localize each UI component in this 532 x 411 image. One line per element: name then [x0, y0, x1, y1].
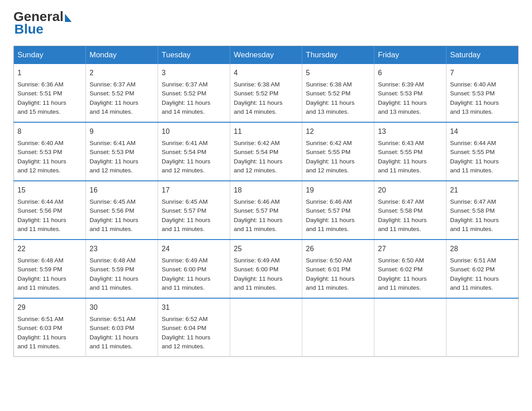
calendar-cell: 23Sunrise: 6:48 AMSunset: 5:59 PMDayligh… [86, 240, 158, 298]
calendar-cell [446, 298, 519, 357]
weekday-header-sunday: Sunday [14, 46, 86, 64]
weekday-header-row: SundayMondayTuesdayWednesdayThursdayFrid… [14, 46, 519, 64]
calendar-week-row: 8Sunrise: 6:40 AMSunset: 5:53 PMDaylight… [14, 122, 519, 181]
day-info: Sunrise: 6:51 AMSunset: 6:03 PMDaylight:… [17, 316, 66, 350]
day-info: Sunrise: 6:49 AMSunset: 6:00 PMDaylight:… [234, 257, 283, 291]
day-number: 8 [17, 126, 82, 137]
calendar-cell: 26Sunrise: 6:50 AMSunset: 6:01 PMDayligh… [302, 240, 374, 298]
calendar-week-row: 29Sunrise: 6:51 AMSunset: 6:03 PMDayligh… [14, 298, 519, 357]
day-info: Sunrise: 6:36 AMSunset: 5:51 PMDaylight:… [17, 81, 66, 115]
day-info: Sunrise: 6:48 AMSunset: 5:59 PMDaylight:… [17, 257, 66, 291]
day-number: 16 [90, 185, 154, 196]
logo-blue-text: Blue [13, 21, 43, 37]
logo: General Blue [13, 9, 72, 37]
calendar-cell: 18Sunrise: 6:46 AMSunset: 5:57 PMDayligh… [230, 181, 302, 240]
day-info: Sunrise: 6:52 AMSunset: 6:04 PMDaylight:… [162, 316, 210, 350]
calendar-cell [374, 298, 446, 357]
calendar-cell: 11Sunrise: 6:42 AMSunset: 5:54 PMDayligh… [230, 122, 302, 181]
calendar-cell: 5Sunrise: 6:38 AMSunset: 5:52 PMDaylight… [302, 64, 374, 122]
calendar-cell: 30Sunrise: 6:51 AMSunset: 6:03 PMDayligh… [86, 298, 158, 357]
day-number: 6 [378, 68, 442, 78]
day-info: Sunrise: 6:50 AMSunset: 6:02 PMDaylight:… [378, 257, 427, 291]
calendar-cell: 17Sunrise: 6:45 AMSunset: 5:57 PMDayligh… [158, 181, 230, 240]
calendar-cell: 27Sunrise: 6:50 AMSunset: 6:02 PMDayligh… [374, 240, 446, 298]
day-number: 4 [234, 68, 298, 78]
calendar-cell: 14Sunrise: 6:44 AMSunset: 5:55 PMDayligh… [446, 122, 519, 181]
calendar-week-row: 1Sunrise: 6:36 AMSunset: 5:51 PMDaylight… [14, 64, 519, 122]
day-number: 14 [450, 126, 515, 137]
day-number: 31 [162, 302, 226, 313]
day-info: Sunrise: 6:47 AMSunset: 5:58 PMDaylight:… [450, 198, 499, 232]
day-info: Sunrise: 6:48 AMSunset: 5:59 PMDaylight:… [90, 257, 138, 291]
day-info: Sunrise: 6:47 AMSunset: 5:58 PMDaylight:… [378, 198, 427, 232]
calendar-cell: 8Sunrise: 6:40 AMSunset: 5:53 PMDaylight… [14, 122, 86, 181]
calendar-cell [230, 298, 302, 357]
calendar-week-row: 15Sunrise: 6:44 AMSunset: 5:56 PMDayligh… [14, 181, 519, 240]
day-info: Sunrise: 6:51 AMSunset: 6:03 PMDaylight:… [90, 316, 138, 350]
calendar-cell: 2Sunrise: 6:37 AMSunset: 5:52 PMDaylight… [86, 64, 158, 122]
calendar-cell: 28Sunrise: 6:51 AMSunset: 6:02 PMDayligh… [446, 240, 519, 298]
day-info: Sunrise: 6:41 AMSunset: 5:54 PMDaylight:… [162, 140, 210, 174]
calendar-cell: 3Sunrise: 6:37 AMSunset: 5:52 PMDaylight… [158, 64, 230, 122]
day-info: Sunrise: 6:42 AMSunset: 5:54 PMDaylight:… [234, 140, 283, 174]
day-info: Sunrise: 6:41 AMSunset: 5:53 PMDaylight:… [90, 140, 138, 174]
calendar-cell: 22Sunrise: 6:48 AMSunset: 5:59 PMDayligh… [14, 240, 86, 298]
day-info: Sunrise: 6:38 AMSunset: 5:52 PMDaylight:… [234, 81, 283, 115]
day-number: 12 [306, 126, 370, 137]
day-info: Sunrise: 6:42 AMSunset: 5:55 PMDaylight:… [306, 140, 355, 174]
weekday-header-monday: Monday [86, 46, 158, 64]
day-number: 18 [234, 185, 298, 196]
weekday-header-thursday: Thursday [302, 46, 374, 64]
day-number: 25 [234, 244, 298, 254]
day-number: 23 [90, 244, 154, 254]
day-info: Sunrise: 6:38 AMSunset: 5:52 PMDaylight:… [306, 81, 355, 115]
day-info: Sunrise: 6:46 AMSunset: 5:57 PMDaylight:… [234, 198, 283, 232]
calendar-week-row: 22Sunrise: 6:48 AMSunset: 5:59 PMDayligh… [14, 240, 519, 298]
day-info: Sunrise: 6:49 AMSunset: 6:00 PMDaylight:… [162, 257, 210, 291]
day-info: Sunrise: 6:43 AMSunset: 5:55 PMDaylight:… [378, 140, 427, 174]
calendar-cell: 6Sunrise: 6:39 AMSunset: 5:53 PMDaylight… [374, 64, 446, 122]
day-number: 2 [90, 68, 154, 78]
day-info: Sunrise: 6:37 AMSunset: 5:52 PMDaylight:… [162, 81, 210, 115]
day-number: 7 [450, 68, 515, 78]
day-info: Sunrise: 6:39 AMSunset: 5:53 PMDaylight:… [378, 81, 427, 115]
page-header: General Blue [13, 9, 519, 37]
weekday-header-tuesday: Tuesday [158, 46, 230, 64]
calendar-cell: 31Sunrise: 6:52 AMSunset: 6:04 PMDayligh… [158, 298, 230, 357]
day-number: 10 [162, 126, 226, 137]
day-info: Sunrise: 6:44 AMSunset: 5:56 PMDaylight:… [17, 198, 66, 232]
day-number: 28 [450, 244, 515, 254]
day-info: Sunrise: 6:50 AMSunset: 6:01 PMDaylight:… [306, 257, 355, 291]
calendar-cell: 4Sunrise: 6:38 AMSunset: 5:52 PMDaylight… [230, 64, 302, 122]
calendar-cell: 1Sunrise: 6:36 AMSunset: 5:51 PMDaylight… [14, 64, 86, 122]
weekday-header-friday: Friday [374, 46, 446, 64]
day-number: 3 [162, 68, 226, 78]
calendar-cell: 19Sunrise: 6:46 AMSunset: 5:57 PMDayligh… [302, 181, 374, 240]
day-number: 5 [306, 68, 370, 78]
calendar-cell [302, 298, 374, 357]
weekday-header-saturday: Saturday [446, 46, 519, 64]
day-number: 22 [17, 244, 82, 254]
day-number: 21 [450, 185, 515, 196]
day-info: Sunrise: 6:44 AMSunset: 5:55 PMDaylight:… [450, 140, 499, 174]
day-info: Sunrise: 6:46 AMSunset: 5:57 PMDaylight:… [306, 198, 355, 232]
day-number: 27 [378, 244, 442, 254]
calendar-cell: 20Sunrise: 6:47 AMSunset: 5:58 PMDayligh… [374, 181, 446, 240]
day-info: Sunrise: 6:37 AMSunset: 5:52 PMDaylight:… [90, 81, 138, 115]
day-number: 9 [90, 126, 154, 137]
logo-arrow-icon [65, 14, 72, 22]
calendar-cell: 24Sunrise: 6:49 AMSunset: 6:00 PMDayligh… [158, 240, 230, 298]
day-number: 1 [17, 68, 82, 78]
day-info: Sunrise: 6:51 AMSunset: 6:02 PMDaylight:… [450, 257, 499, 291]
calendar-cell: 7Sunrise: 6:40 AMSunset: 5:53 PMDaylight… [446, 64, 519, 122]
day-number: 29 [17, 302, 82, 313]
day-info: Sunrise: 6:45 AMSunset: 5:57 PMDaylight:… [162, 198, 210, 232]
calendar-cell: 16Sunrise: 6:45 AMSunset: 5:56 PMDayligh… [86, 181, 158, 240]
calendar-cell: 29Sunrise: 6:51 AMSunset: 6:03 PMDayligh… [14, 298, 86, 357]
day-number: 11 [234, 126, 298, 137]
day-info: Sunrise: 6:40 AMSunset: 5:53 PMDaylight:… [450, 81, 499, 115]
day-info: Sunrise: 6:40 AMSunset: 5:53 PMDaylight:… [17, 140, 66, 174]
day-number: 20 [378, 185, 442, 196]
weekday-header-wednesday: Wednesday [230, 46, 302, 64]
day-number: 30 [90, 302, 154, 313]
